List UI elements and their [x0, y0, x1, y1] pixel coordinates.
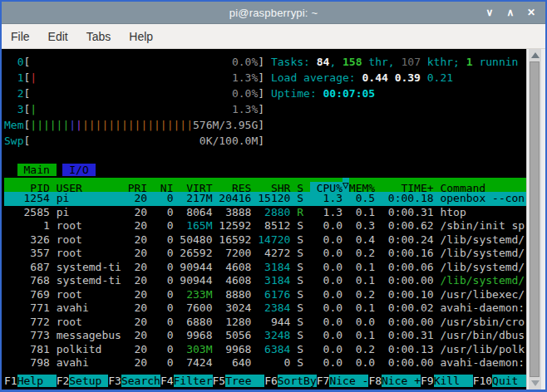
function-key-bar: F1Help F2Setup F3SearchF4FilterF5Tree F6… [4, 374, 526, 388]
scroll-up-icon[interactable] [530, 50, 540, 61]
tasks-summary: Tasks: 84, 158 thr, 107 kthr; 1 runnin [271, 56, 518, 68]
cpu-meter-1: 1[| 1.3%] Load average: 0.44 0.39 0.21 [4, 70, 526, 86]
process-row[interactable]: 772 root 20 0 6880 1280 944 S 0.0 0.0 0:… [4, 316, 526, 330]
fkey-f2[interactable]: F2Setup [57, 375, 109, 387]
fkey-f7[interactable]: F7Nice - [317, 375, 369, 387]
menu-item-edit[interactable]: Edit [42, 27, 74, 47]
fkey-f3[interactable]: F3Search [108, 375, 160, 387]
maximize-icon[interactable]: ∧ [505, 2, 516, 24]
process-row[interactable]: 1254 pi 20 0 217M 20416 15120 S 1.3 0.5 … [4, 192, 526, 206]
content: 0[ 0.0%] Tasks: 84, 158 thr, 107 kthr; 1… [2, 49, 545, 390]
cpu-meter-2: 2[ 0.0%] Uptime: 00:07:05 [4, 86, 526, 101]
minimize-icon[interactable]: ∨ [484, 2, 495, 24]
scroll-down-icon[interactable] [530, 378, 540, 389]
menu-item-tabs[interactable]: Tabs [81, 27, 117, 47]
cpu-meter-3: 3[| 1.3%] [4, 101, 526, 117]
close-icon[interactable]: ✕ [525, 2, 537, 24]
window-title: pi@raspberrypi: ~ [2, 7, 545, 19]
process-row[interactable]: 781 polkitd 20 0 303M 9968 6384 S 0.0 0.… [4, 343, 526, 357]
process-row[interactable]: 798 avahi 20 0 7424 640 0 S 0.0 0.0 0:00… [4, 356, 526, 370]
titlebar[interactable]: pi@raspberrypi: ~ ∨∧✕ [2, 2, 545, 24]
process-row[interactable]: 773 messagebus 20 0 9968 5056 3248 S 0.0… [4, 329, 526, 343]
memory-meter: Mem[|||||||||||||||||||||||||576M/3.95G] [4, 117, 526, 133]
fkey-f1[interactable]: F1Help [4, 375, 57, 387]
menubar: FileEditTabsHelp [2, 24, 545, 49]
fkey-f8[interactable]: F8Nice + [368, 375, 421, 387]
fkey-f5[interactable]: F5Tree [213, 375, 265, 387]
process-row[interactable]: 687 systemd-ti 20 0 90944 4608 3184 S 0.… [4, 261, 526, 275]
menu-item-help[interactable]: Help [123, 27, 159, 47]
process-row[interactable]: 1 root 20 0 165M 12592 8512 S 0.0 0.3 0:… [4, 219, 526, 233]
tab-main[interactable]: Main [17, 164, 57, 176]
table-header[interactable]: PID USER PRI NI VIRT RES SHR S CPU%▽MEM%… [4, 178, 526, 192]
cpu-meter-0: 0[ 0.0%] Tasks: 84, 158 thr, 107 kthr; 1… [4, 54, 526, 70]
process-row[interactable]: 326 root 20 0 50480 16592 14720 S 0.0 0.… [4, 233, 526, 247]
process-row[interactable]: 768 systemd-ti 20 0 90944 4608 3184 S 0.… [4, 274, 526, 288]
spacer-line [4, 149, 526, 162]
swap-meter: Swp[ 0K/100.0M] [4, 133, 526, 149]
terminal[interactable]: 0[ 0.0%] Tasks: 84, 158 thr, 107 kthr; 1… [2, 49, 526, 390]
uptime: Uptime: 00:07:05 [271, 87, 375, 100]
terminal-window: pi@raspberrypi: ~ ∨∧✕ FileEditTabsHelp 0… [0, 0, 547, 392]
scrollbar-thumb[interactable] [530, 61, 540, 377]
screen-tabs: Main I/O [4, 162, 526, 178]
load-average: Load average: 0.44 0.39 0.21 [271, 71, 453, 84]
process-row[interactable]: 357 root 20 0 26592 7200 4272 S 0.0 0.2 … [4, 247, 526, 261]
fkey-f4[interactable]: F4Filter [160, 375, 213, 387]
window-controls: ∨∧✕ [484, 2, 545, 24]
tab-io[interactable]: I/O [62, 164, 95, 176]
fkey-f9[interactable]: F9Kill [421, 375, 473, 387]
process-row[interactable]: 771 avahi 20 0 7600 3024 2384 S 0.0 0.1 … [4, 301, 526, 316]
process-row[interactable]: 769 root 20 0 233M 8880 6176 S 0.0 0.2 0… [4, 288, 526, 302]
sort-arrow-icon: ▽ [342, 178, 349, 192]
scrollbar[interactable] [526, 49, 545, 390]
fkey-f6[interactable]: F6SortBy [264, 375, 317, 387]
process-row[interactable]: 2585 pi 20 0 8064 3888 2880 R 1.3 0.1 0:… [4, 206, 526, 220]
fkey-f10[interactable]: F10Quit [473, 375, 526, 387]
menu-item-file[interactable]: File [5, 27, 36, 47]
